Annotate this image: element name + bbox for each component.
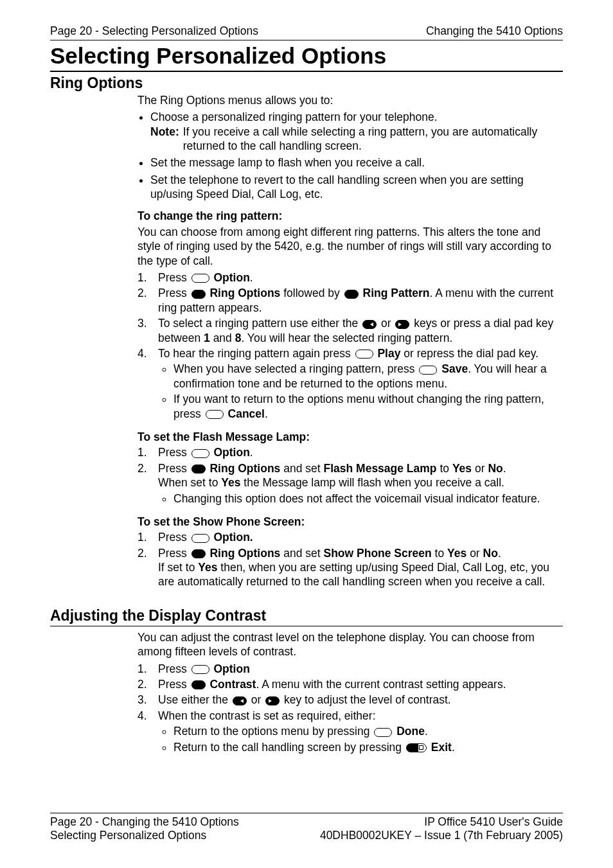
ring-bullet-1: Choose a personalized ringing pattern fo… [150,110,563,153]
change-ring-para: You can choose from among eight differen… [138,225,563,268]
footer-right-1: IP Office 5410 User's Guide [320,815,563,829]
text: . [498,547,501,560]
no-label: No [488,462,502,475]
text: followed by [283,287,342,299]
text: . You will hear the selected ringing pat… [241,332,452,344]
left-arrow-icon [233,696,247,705]
softkey-icon [191,290,206,299]
text: to [440,462,452,475]
text: Press [158,271,190,284]
text: . [250,446,253,459]
text: Return to the options menu by pressing [173,725,373,738]
header-rule [50,40,563,40]
text: Press [158,531,190,544]
softkey-icon [191,449,209,458]
flash-message-lamp-label: Flash Message Lamp [324,462,437,475]
softkey-icon [355,350,373,359]
text: Return to the call handling screen by pr… [173,741,405,754]
softkey-icon [419,366,437,375]
ring-bullet-1-text: Choose a personalized ringing pattern fo… [150,111,438,123]
show-phone-step-1: Press Option. [138,530,563,544]
ring-options-label: Ring Options [209,547,280,560]
text: . [265,407,268,420]
option-label: Option [213,446,249,459]
note-label: Note: [150,125,179,154]
contrast-step-4: When the contrast is set as required, ei… [138,709,563,756]
flash-lamp-step-2: Press Ring Options and set Flash Message… [138,461,563,507]
text: . [503,462,506,475]
text: or repress the dial pad key. [400,347,538,360]
change-ring-step-4-sub: When you have selected a ringing pattern… [158,362,563,421]
left-arrow-icon [362,320,377,329]
softkey-icon [374,728,392,737]
text: To hear the ringing pattern again press [158,347,354,360]
running-header: Page 20 - Selecting Personalized Options… [50,24,563,38]
flash-lamp-subhead: To set the Flash Message Lamp: [138,430,563,444]
change-ring-step-4: To hear the ringing pattern again press … [138,346,563,422]
flash-lamp-step-2-sub: Changing this option does not affect the… [158,492,563,506]
ring-intro: The Ring Options menus allows you to: [138,93,563,107]
flash-lamp-step-1: Press Option. [138,445,563,459]
contrast-step-2: Press Contrast. A menu with the current … [138,677,563,691]
text: Press [158,446,190,459]
contrast-label: Contrast [209,678,256,691]
softkey-icon [191,549,206,558]
text: Use either the [158,693,231,706]
contrast-step-3: Use either the or key to adjust the leve… [138,693,563,707]
show-phone-screen-label: Show Phone Screen [324,547,432,560]
text: To select a ringing pattern use either t… [158,317,361,330]
softkey-icon [206,410,224,419]
text: Press [158,462,190,475]
flash-lamp-steps: Press Option. Press Ring Options and set… [138,445,563,507]
footer-rule [50,813,563,813]
show-phone-steps: Press Option. Press Ring Options and set… [138,530,563,589]
text: . [452,741,455,754]
right-arrow-icon [265,696,280,705]
digit-1: 1 [204,332,210,344]
text: When the contrast is set as required, ei… [158,709,376,722]
text: or [470,547,483,560]
ring-options-heading: Ring Options [50,75,563,92]
digit-8: 8 [235,332,242,344]
show-phone-step-2: Press Ring Options and set Show Phone Sc… [138,546,563,589]
text: and set [283,547,323,560]
footer-left-1: Page 20 - Changing the 5410 Options [50,815,239,829]
yes-label: Yes [452,462,472,475]
text: . A menu with the current contrast setti… [256,678,506,691]
page-footer: Page 20 - Changing the 5410 Options Sele… [50,813,563,842]
footer-left-2: Selecting Personalized Options [50,829,239,842]
text: or [251,693,264,706]
softkey-icon [191,534,209,543]
option-label: Option. [213,531,253,544]
flash-lamp-step-2-sub-1: Changing this option does not affect the… [173,492,563,506]
option-label: Option [213,271,249,284]
chapter-rule [50,71,563,72]
contrast-step-1: Press Option [138,662,563,676]
ring-bullet-1-note: Note: If you receive a call while select… [150,125,563,154]
softkey-icon [344,290,359,299]
text: then, when you are setting up/using Spee… [158,561,549,588]
change-ring-step-3: To select a ringing pattern use either t… [138,316,563,345]
save-label: Save [441,362,468,375]
ring-options-body: The Ring Options menus allows you to: Ch… [138,93,563,589]
change-ring-step-1: Press Option. [138,270,563,285]
contrast-body: You can adjust the contrast level on the… [138,630,563,756]
chapter-title: Selecting Personalized Options [50,44,563,68]
running-header-right: Changing the 5410 Options [426,24,563,38]
softkey-icon [191,274,209,283]
ring-pattern-label: Ring Pattern [363,287,430,299]
change-ring-subhead: To change the ring pattern: [138,209,563,223]
cancel-label: Cancel [228,407,265,420]
no-label: No [483,547,498,560]
option-label: Option [213,662,249,675]
done-label: Done [396,725,425,738]
contrast-rule [50,626,563,626]
text: the Message lamp will flash when you rec… [244,476,504,489]
ring-bullet-2: Set the message lamp to flash when you r… [150,155,563,170]
text: When you have selected a ringing pattern… [173,362,418,375]
text: Press [158,678,190,691]
contrast-para: You can adjust the contrast level on the… [138,630,563,659]
change-ring-step-2: Press Ring Options followed by Ring Patt… [138,286,563,315]
softkey-icon [191,465,206,474]
show-phone-subhead: To set the Show Phone Screen: [138,515,563,529]
